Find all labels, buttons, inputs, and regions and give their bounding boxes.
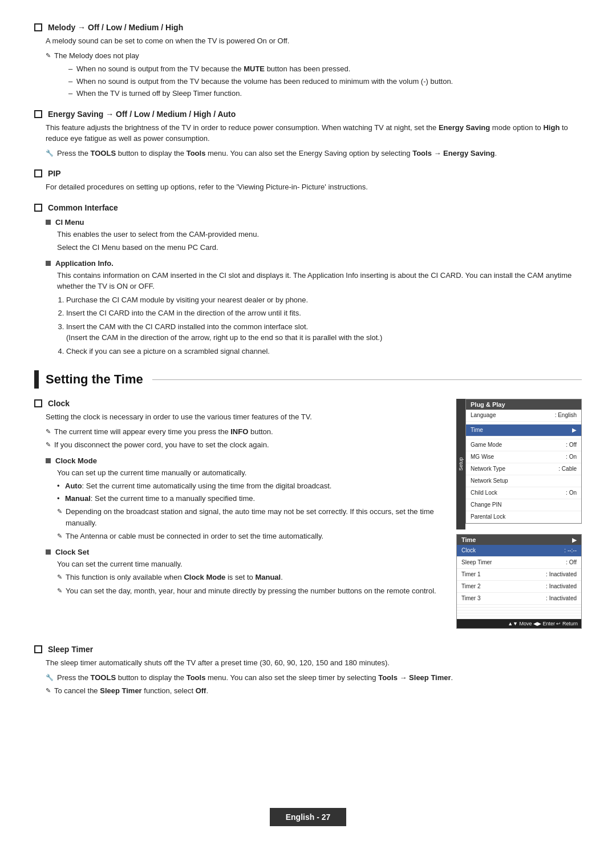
ci-step-1: Purchase the CI CAM module by visiting y…	[66, 294, 582, 306]
menu2-title: Time	[461, 536, 476, 543]
melody-checkbox-icon	[34, 23, 42, 31]
menu1-row-networktype: Network Type : Cable	[466, 463, 581, 475]
clock-heading-text: Clock	[48, 399, 70, 408]
melody-heading: Melody → Off / Low / Medium / High	[34, 23, 582, 32]
menu1-title: Plug & Play	[471, 401, 505, 408]
ci-step-2: Insert the CI CARD into the CAM in the d…	[66, 308, 582, 319]
pip-body: For detailed procedures on setting up op…	[46, 181, 582, 193]
sleep-timer-tool-icon: 🔧	[46, 673, 54, 682]
section-bar-icon	[34, 370, 39, 389]
common-interface-heading-text: Common Interface	[48, 203, 118, 212]
ci-menu-bullet	[46, 220, 51, 225]
menu2-row-sleep: Sleep Timer : Off	[457, 557, 581, 569]
clock-body: Setting the clock is necessary in order …	[46, 411, 445, 423]
clock-mode-subheading: Clock Mode	[46, 456, 445, 465]
ci-menu-body1: This enables the user to select from the…	[57, 229, 582, 240]
melody-dash3: When the TV is turned off by Sleep Timer…	[68, 88, 582, 99]
app-info-subheading: Application Info.	[46, 259, 582, 268]
energy-body: This feature adjusts the brightness of t…	[46, 122, 582, 144]
clock-note1-icon: ✎	[46, 427, 51, 436]
ci-step-3: Insert the CAM with the CI CARD installe…	[66, 321, 582, 343]
menu1-row-time: Time ▶	[466, 424, 581, 436]
ci-menu-subheading: CI Menu	[46, 218, 582, 227]
melody-note1: ✎ The Melody does not play	[46, 50, 582, 62]
menu1-row-parentallock: Parental Lock	[466, 511, 581, 523]
menu1-header: Plug & Play	[466, 399, 581, 410]
app-info-bullet	[46, 261, 51, 266]
sleep-timer-section: Sleep Timer The sleep timer automaticall…	[34, 645, 582, 697]
melody-dash2: When no sound is output from the TV beca…	[68, 76, 582, 87]
sleep-timer-note2: ✎ To cancel the Sleep Timer function, se…	[46, 685, 582, 697]
clock-set-note1: ✎ This function is only available when C…	[57, 572, 445, 583]
section-divider-line	[152, 379, 582, 380]
common-interface-heading: Common Interface	[34, 203, 582, 212]
sleep-timer-heading: Sleep Timer	[34, 645, 582, 654]
clock-section: Clock Setting the clock is necessary in …	[34, 399, 582, 634]
clock-main-col: Clock Setting the clock is necessary in …	[34, 399, 445, 599]
clock-mode-heading-text: Clock Mode	[55, 456, 97, 465]
app-info-body: This contains information on CAM inserte…	[57, 270, 582, 292]
menu2-footer: ▲▼ Move ◀▶ Enter ↩ Return	[457, 619, 581, 628]
menu1-screenshot: Plug & Play Language : English Time ▶	[465, 399, 582, 524]
pip-checkbox-icon	[34, 169, 42, 177]
menu2-row-clock: Clock : --:--	[457, 545, 581, 557]
note-icon-1: ✎	[46, 51, 51, 60]
sidebar-menus: Setup Plug & Play Language : English	[456, 399, 582, 634]
clock-set-subheading: Clock Set	[46, 548, 445, 556]
section-title-text: Setting the Time	[46, 372, 143, 387]
melody-body: A melody sound can be set to come on whe…	[46, 35, 582, 47]
clock-checkbox-icon	[34, 399, 42, 407]
energy-section: Energy Saving → Off / Low / Medium / Hig…	[34, 110, 582, 159]
clock-mode-bullets: Auto: Set the current time automatically…	[57, 480, 445, 504]
sleep-timer-body: The sleep timer automatically shuts off …	[46, 657, 582, 669]
clock-note1: ✎ The current time will appear every tim…	[46, 426, 445, 438]
clock-mode-note2-icon: ✎	[57, 531, 62, 541]
energy-heading: Energy Saving → Off / Low / Medium / Hig…	[34, 110, 582, 119]
menu2-body: Clock : --:-- Sleep Timer : Off Timer 1 …	[457, 545, 581, 619]
sleep-timer-heading-text: Sleep Timer	[48, 645, 93, 654]
clock-mode-note1-icon: ✎	[57, 507, 62, 516]
menu1-row-language: Language : English	[466, 410, 581, 422]
clock-set-bullet	[46, 549, 51, 555]
clock-note2-icon: ✎	[46, 440, 51, 450]
energy-note1: 🔧 Press the TOOLS button to display the …	[46, 148, 582, 159]
common-interface-section: Common Interface CI Menu This enables th…	[34, 203, 582, 357]
ci-steps-list: Purchase the CI CAM module by visiting y…	[57, 294, 582, 357]
energy-checkbox-icon	[34, 110, 42, 118]
melody-dash1: When no sound is output from the TV beca…	[68, 63, 582, 75]
clock-mode-note1: ✎ Depending on the broadcast station and…	[57, 506, 445, 528]
clock-mode-note2: ✎ The Antenna or cable must be connected…	[57, 531, 445, 542]
sleep-timer-note1: 🔧 Press the TOOLS button to display the …	[46, 672, 582, 684]
menu1-content: Plug & Play Language : English Time ▶	[466, 399, 581, 523]
menu1-body: Language : English Time ▶ Game Mode	[466, 410, 581, 523]
menu1-row-childlock: Child Lock : On	[466, 487, 581, 499]
pip-heading-text: PIP	[48, 169, 61, 178]
footer-text: English - 27	[286, 812, 331, 822]
ci-menu-heading-text: CI Menu	[55, 218, 84, 227]
ci-step-4: Check if you can see a picture on a scra…	[66, 346, 582, 357]
menu1-row-changepin: Change PIN	[466, 499, 581, 511]
clock-mode-bullet	[46, 458, 51, 463]
setting-time-divider: Setting the Time	[34, 370, 582, 389]
pip-heading: PIP	[34, 169, 582, 178]
clock-set-body: You can set the current time manually.	[57, 559, 445, 570]
menu1-row-networksetup: Network Setup	[466, 475, 581, 487]
melody-dash-list: When no sound is output from the TV beca…	[68, 63, 582, 99]
page-footer: English - 27	[0, 808, 616, 826]
menu2-screenshot: Time ▶ Clock : --:-- Sleep Timer : Off T…	[456, 534, 582, 629]
menu2-row-timer1: Timer 1 : Inactivated	[457, 569, 581, 581]
tool-icon-1: 🔧	[46, 148, 54, 158]
menu1-side-tab: Setup	[456, 399, 465, 529]
ci-menu-body2: Select the CI Menu based on the menu PC …	[57, 242, 582, 253]
sleep-timer-checkbox-icon	[34, 645, 42, 653]
app-info-heading-text: Application Info.	[55, 259, 114, 268]
clock-two-col: Clock Setting the clock is necessary in …	[34, 399, 582, 634]
clock-auto-bullet: Auto: Set the current time automatically…	[57, 480, 445, 492]
menu1-row-mgwise: MG Wise : On	[466, 451, 581, 463]
footer-badge: English - 27	[270, 808, 347, 826]
menu2-row-timer3: Timer 3 : Inactivated	[457, 593, 581, 605]
menu2-header: Time ▶	[457, 535, 581, 545]
melody-heading-text: Melody → Off / Low / Medium / High	[48, 23, 183, 32]
menu1-row-gamemode: Game Mode : Off	[466, 439, 581, 451]
menu2-row-timer2: Timer 2 : Inactivated	[457, 581, 581, 593]
